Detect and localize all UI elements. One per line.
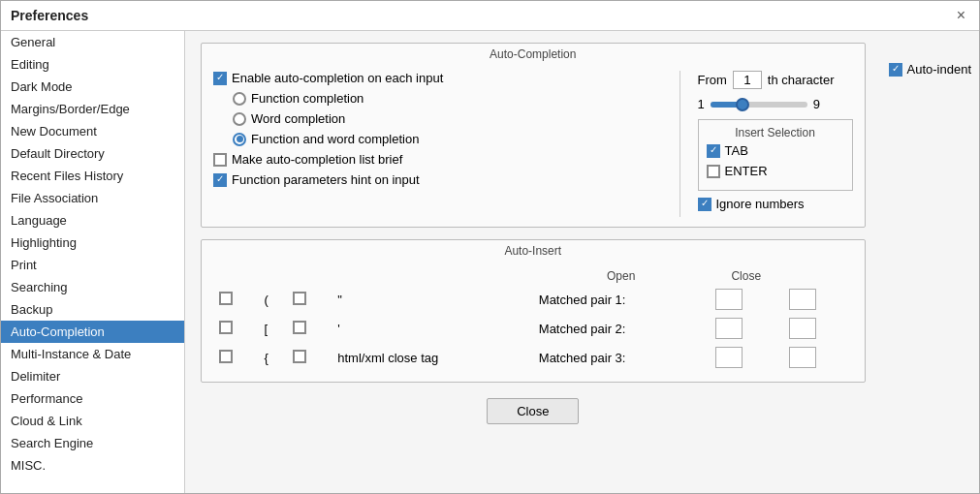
auto-insert-row-1: ( " Matched pair 1: [213,285,853,314]
ignore-numbers-text: Ignore numbers [716,197,805,211]
matched-pair-2-label: Matched pair 2: [539,322,626,336]
curly-label: { [259,343,287,372]
title-bar: Preferences × [1,1,979,31]
enable-checkbox[interactable] [213,72,227,85]
function-completion-label[interactable]: Function completion [233,91,364,106]
insert-selection-box: Insert Selection TAB [698,119,853,191]
matched-pair-3-close[interactable] [789,347,816,368]
auto-insert-body: Open Close ( " Matched pair 1: [202,260,865,382]
auto-insert-title: Auto-Insert [202,240,865,260]
sidebar-item-performance[interactable]: Performance [1,387,184,410]
ignore-numbers-label[interactable]: Ignore numbers [698,197,805,211]
function-hint-row: Function parameters hint on input [213,172,662,187]
sidebar-item-recent-files-history[interactable]: Recent Files History [1,165,184,187]
open-header: Open [533,267,710,285]
function-word-radio[interactable] [233,133,246,146]
squote-checkbox[interactable] [293,321,306,334]
sidebar-item-highlighting[interactable]: Highlighting [1,232,184,254]
squote-label: ' [332,314,533,343]
close-button[interactable]: Close [487,398,579,424]
make-brief-label[interactable]: Make auto-completion list brief [213,152,402,167]
matched-pair-1-close[interactable] [789,289,816,310]
function-hint-text: Function parameters hint on input [232,172,420,187]
auto-indent-text: Auto-indent [907,62,972,77]
close-dialog-button[interactable]: × [953,7,969,24]
make-brief-text: Make auto-completion list brief [232,152,402,167]
sidebar-item-general[interactable]: General [1,31,184,53]
auto-completion-panel: Auto-Completion Enable auto-completion o… [201,43,866,228]
sidebar-item-dark-mode[interactable]: Dark Mode [1,76,184,98]
matched-pair-3-open[interactable] [715,347,743,368]
auto-insert-panel: Auto-Insert Open Close [201,239,866,383]
function-completion-text: Function completion [251,91,364,106]
dialog-content: GeneralEditingDark ModeMargins/Border/Ed… [1,31,979,493]
make-brief-row: Make auto-completion list brief [213,152,662,167]
enter-label[interactable]: ENTER [707,164,768,178]
sidebar-item-auto-completion[interactable]: Auto-Completion [1,321,184,343]
enable-row: Enable auto-completion on each input [213,71,662,85]
sidebar-item-language[interactable]: Language [1,209,184,232]
html-xml-checkbox[interactable] [293,350,306,363]
dquote-checkbox[interactable] [293,292,306,305]
enter-checkbox[interactable] [707,165,720,178]
auto-completion-title: Auto-Completion [202,44,865,63]
bracket-label: [ [259,314,287,343]
dialog-title: Preferences [11,8,88,23]
slider-track-container[interactable] [711,98,807,111]
auto-indent-label[interactable]: Auto-indent [889,62,972,77]
word-completion-radio[interactable] [233,112,246,126]
word-completion-label[interactable]: Word completion [233,111,345,126]
sidebar-item-print[interactable]: Print [1,254,184,276]
th-character-label: th character [768,73,835,87]
tab-label[interactable]: TAB [707,143,748,158]
sidebar: GeneralEditingDark ModeMargins/Border/Ed… [1,31,185,493]
auto-completion-inner: Enable auto-completion on each input Fun… [213,71,853,217]
sidebar-item-margins-border-edge[interactable]: Margins/Border/Edge [1,98,184,120]
matched-pair-3-label: Matched pair 3: [539,351,626,365]
sidebar-item-search-engine[interactable]: Search Engine [1,432,184,454]
close-header: Close [710,267,783,285]
curly-checkbox[interactable] [219,350,233,363]
close-button-container: Close [201,398,866,424]
sidebar-item-backup[interactable]: Backup [1,298,184,321]
enter-row: ENTER [707,164,844,178]
sidebar-item-delimiter[interactable]: Delimiter [1,365,184,387]
from-row: From th character [698,71,853,89]
insert-selection-title: Insert Selection [707,126,844,139]
function-hint-label[interactable]: Function parameters hint on input [213,172,420,187]
ignore-numbers-row: Ignore numbers [698,197,853,211]
dquote-label: " [332,285,533,314]
tab-row: TAB [707,143,844,158]
auto-insert-row-3: { html/xml close tag Matched pair 3: [213,343,853,372]
paren-label: ( [259,285,287,314]
function-hint-checkbox[interactable] [213,173,227,187]
sidebar-item-misc-[interactable]: MISC. [1,454,184,477]
function-word-label[interactable]: Function and word completion [233,132,419,146]
divider [680,71,680,217]
enable-label[interactable]: Enable auto-completion on each input [213,71,443,85]
sidebar-item-editing[interactable]: Editing [1,53,184,76]
sidebar-item-new-document[interactable]: New Document [1,120,184,142]
enable-text: Enable auto-completion on each input [232,71,443,85]
bracket-checkbox[interactable] [219,321,233,334]
sidebar-item-file-association[interactable]: File Association [1,187,184,209]
auto-insert-header: Open Close [213,267,853,285]
tab-text: TAB [725,143,748,158]
matched-pair-1-open[interactable] [715,289,743,310]
sidebar-item-searching[interactable]: Searching [1,276,184,298]
auto-completion-body: Enable auto-completion on each input Fun… [202,63,865,227]
slider-thumb[interactable] [736,98,749,111]
sidebar-item-cloud-link[interactable]: Cloud & Link [1,410,184,432]
from-input[interactable] [733,71,762,89]
ignore-numbers-checkbox[interactable] [698,198,711,211]
matched-pair-2-close[interactable] [789,318,816,339]
matched-pair-2-open[interactable] [715,318,743,339]
slider-container: 1 9 [698,97,853,111]
paren-checkbox[interactable] [219,292,233,305]
auto-indent-checkbox[interactable] [889,63,902,77]
tab-checkbox[interactable] [707,144,720,158]
make-brief-checkbox[interactable] [213,153,227,167]
sidebar-item-default-directory[interactable]: Default Directory [1,142,184,165]
function-completion-radio[interactable] [233,92,246,106]
sidebar-item-multi-instance-date[interactable]: Multi-Instance & Date [1,343,184,365]
